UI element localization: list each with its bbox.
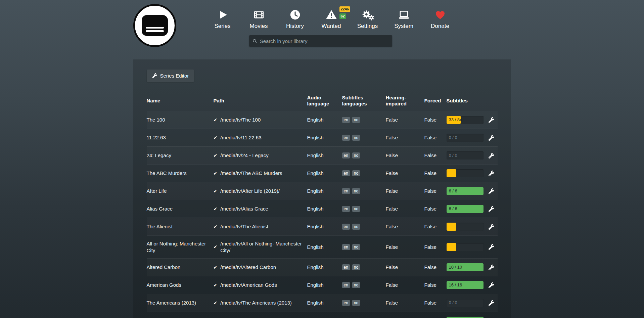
subtitles-progress-fill: [447, 243, 457, 251]
forced-value: False: [424, 111, 447, 129]
forced-value: False: [424, 129, 447, 146]
series-name[interactable]: 24: Legacy: [147, 147, 214, 164]
page: Series Movies: [133, 0, 511, 318]
series-name[interactable]: Altered Carbon: [147, 259, 214, 276]
series-name[interactable]: The 100: [147, 111, 214, 129]
header: Series Movies: [133, 0, 511, 59]
series-name[interactable]: 11.22.63: [147, 129, 214, 146]
language-badge: no: [352, 224, 360, 230]
subtitles-languages-cell: enno: [342, 294, 386, 312]
series-name[interactable]: After Life: [147, 182, 214, 200]
series-name[interactable]: All or Nothing: Manchester City: [147, 236, 214, 258]
check-icon: ✔: [214, 282, 218, 288]
col-header-path: Path: [214, 92, 307, 111]
nav-label-movies: Movies: [241, 23, 277, 30]
row-edit-button[interactable]: [488, 111, 498, 129]
row-edit-button[interactable]: [488, 182, 498, 200]
wanted-badge-top: 2246: [339, 6, 350, 12]
audio-language: English: [307, 147, 342, 164]
series-name[interactable]: The ABC Murders: [147, 165, 214, 182]
col-header-name: Name: [147, 92, 214, 111]
subtitles-languages-cell: enno: [342, 165, 386, 182]
row-edit-button[interactable]: [488, 259, 498, 276]
nav-item-series[interactable]: Series: [204, 7, 241, 30]
row-edit-button[interactable]: [488, 236, 498, 258]
forced-value: False: [424, 218, 447, 235]
series-editor-button[interactable]: Series Editor: [147, 70, 194, 82]
series-path: /media/tv/The 100: [220, 117, 261, 123]
search-input[interactable]: [260, 38, 389, 44]
row-edit-button[interactable]: [488, 165, 498, 182]
row-edit-button[interactable]: [488, 147, 498, 164]
table-row: 11.22.63 ✔ /media/tv/11.22.63 English en…: [147, 129, 498, 146]
nav-item-donate[interactable]: Donate: [422, 7, 458, 30]
row-edit-button[interactable]: [488, 129, 498, 146]
subtitles-progress-cell: 33 / 84: [447, 111, 488, 129]
play-icon: [204, 7, 241, 22]
nav-item-settings[interactable]: Settings: [350, 7, 386, 30]
nav-label-system: System: [386, 23, 422, 30]
check-icon: ✔: [214, 135, 218, 141]
series-path-cell: ✔ /media/tv/The 100: [214, 111, 307, 129]
row-edit-button[interactable]: [488, 294, 498, 312]
audio-language: English: [307, 294, 342, 312]
wrench-icon: [489, 300, 494, 306]
subtitles-progress-label: 16 / 16: [449, 281, 462, 289]
wrench-icon: [489, 117, 494, 123]
subtitles-progress: 0 / 0: [447, 151, 484, 160]
gears-icon: [350, 7, 386, 22]
series-name[interactable]: The Alienist: [147, 218, 214, 235]
language-badge: en: [342, 170, 350, 176]
hearing-impaired-value: False: [386, 276, 424, 294]
search-icon: [252, 39, 257, 44]
series-name[interactable]: Another Life (2019): [147, 312, 214, 318]
subtitles-progress-cell: 6 / 6: [447, 182, 488, 200]
language-badge: en: [342, 244, 350, 250]
subtitles-progress-cell: [447, 218, 488, 235]
nav-label-history: History: [277, 23, 313, 30]
forced-value: False: [424, 200, 447, 218]
series-path-cell: ✔ /media/tv/Another Life (2019): [214, 312, 307, 318]
series-path-cell: ✔ /media/tv/All or Nothing- Manchester C…: [214, 236, 307, 258]
series-path: /media/tv/The ABC Murders: [220, 170, 282, 177]
series-name[interactable]: Alias Grace: [147, 200, 214, 218]
subtitles-progress-fill: [447, 169, 457, 177]
row-edit-button[interactable]: [488, 312, 498, 318]
row-edit-button[interactable]: [488, 200, 498, 218]
series-name[interactable]: The Americans (2013): [147, 294, 214, 312]
audio-language: English: [307, 276, 342, 294]
row-edit-button[interactable]: [488, 218, 498, 235]
table-row: The Americans (2013) ✔ /media/tv/The Ame…: [147, 294, 498, 312]
col-header-forced: Forced: [424, 92, 447, 111]
subtitles-progress-cell: 0 / 0: [447, 129, 488, 146]
wrench-icon: [489, 135, 494, 141]
language-badge: en: [342, 188, 350, 194]
bazarr-logo[interactable]: [133, 4, 176, 47]
nav-item-system[interactable]: System: [386, 7, 422, 30]
hearing-impaired-value: False: [386, 111, 424, 129]
language-badge: no: [352, 244, 360, 250]
subtitles-progress-cell: 16 / 16: [447, 276, 488, 294]
subtitles-progress-label: 6 / 6: [449, 187, 457, 195]
language-badge: en: [342, 300, 350, 306]
table-body: The 100 ✔ /media/tv/The 100 English enno…: [147, 111, 498, 318]
series-name[interactable]: American Gods: [147, 276, 214, 294]
nav-item-wanted[interactable]: 2246 62 Wanted: [313, 7, 350, 30]
series-path-cell: ✔ /media/tv/After Life (2019)/: [214, 182, 307, 200]
wanted-badge-bottom: 62: [339, 13, 346, 19]
language-badge: en: [342, 282, 350, 288]
subtitles-progress: 0 / 0: [447, 299, 484, 307]
nav-item-history[interactable]: History: [277, 7, 313, 30]
audio-language: English: [307, 259, 342, 276]
language-badge: no: [352, 206, 360, 212]
subtitles-languages-cell: enno: [342, 200, 386, 218]
row-edit-button[interactable]: [488, 276, 498, 294]
series-path: /media/tv/The Alienist: [220, 223, 268, 230]
subtitles-progress-cell: 0 / 0: [447, 294, 488, 312]
nav-item-movies[interactable]: Movies: [241, 7, 277, 30]
clock-icon: [277, 7, 313, 22]
hearing-impaired-value: False: [386, 259, 424, 276]
language-badge: no: [352, 135, 360, 141]
check-icon: ✔: [214, 264, 218, 270]
table-row: Alias Grace ✔ /media/tv/Alias Grace Engl…: [147, 200, 498, 218]
